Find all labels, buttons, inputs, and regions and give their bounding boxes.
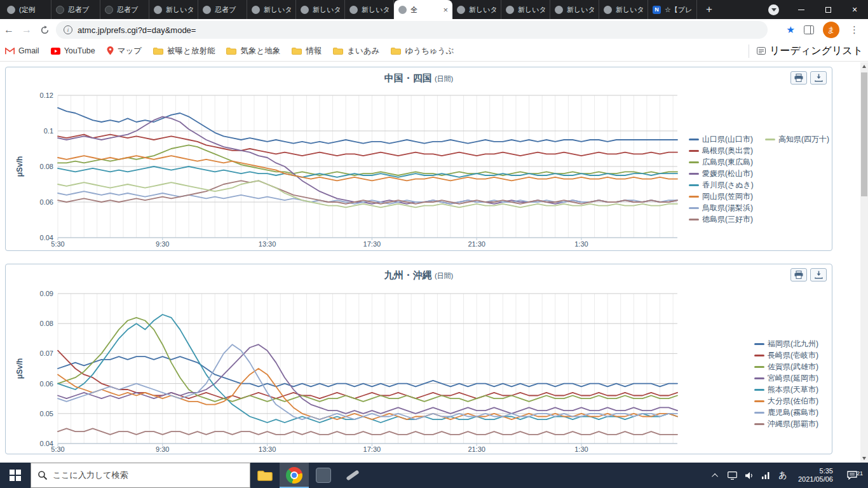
browser-tab[interactable]: 忍者ブ — [198, 0, 247, 19]
legend-label: 徳島県(三好市) — [702, 214, 753, 225]
browser-titlebar: (定例忍者ブ忍者ブ新しいタブ忍者ブ新しいタブ新しいタブ新しいタブ全×新しいタブ新… — [0, 0, 868, 19]
display-icon — [728, 471, 737, 480]
legend-item[interactable]: 愛媛県(松山市) — [689, 168, 754, 179]
url-text: atmc.jp/prefs.cgi?d=day&mode= — [78, 25, 196, 35]
browser-tab[interactable]: (定例 — [3, 0, 51, 19]
legend-column: 高知県(四万十) — [765, 133, 829, 145]
browser-tab[interactable]: N☆【プレ — [648, 0, 697, 19]
legend-marker — [689, 161, 699, 163]
bookmark-item[interactable]: 被曝と放射能 — [153, 46, 215, 57]
side-panel-icon[interactable] — [804, 25, 814, 34]
legend-column: 山口県(山口市)島根県(奥出雲)広島県(東広島)愛媛県(松山市)香川県(さぬき)… — [689, 133, 754, 225]
dark-favicon-icon — [105, 6, 113, 14]
legend-marker — [754, 343, 764, 345]
browser-tab[interactable]: 新しいタブ — [599, 0, 648, 19]
legend-item[interactable]: 徳島県(三好市) — [689, 214, 754, 225]
legend-item[interactable]: 香川県(さぬき) — [689, 179, 754, 191]
tab-title: 忍者ブ — [68, 5, 96, 15]
file-explorer-button[interactable] — [250, 463, 280, 488]
browser-tab[interactable]: 全× — [394, 0, 452, 19]
browser-tab[interactable]: 新しいタブ — [501, 0, 550, 19]
network-tray-button[interactable] — [757, 463, 774, 488]
chevron-up-icon — [712, 473, 719, 479]
legend-item[interactable]: 長崎県(壱岐市) — [754, 349, 818, 361]
bookmark-item[interactable]: マップ — [107, 46, 142, 57]
svg-text:9:30: 9:30 — [156, 445, 169, 453]
tray-expand-button[interactable] — [708, 463, 724, 488]
download-button[interactable] — [810, 268, 827, 281]
browser-tab[interactable]: 新しいタブ — [452, 0, 501, 19]
bookmark-item[interactable]: 情報 — [292, 46, 322, 57]
legend-item[interactable]: 山口県(山口市) — [689, 133, 754, 145]
legend-item[interactable]: 岡山県(笠岡市) — [689, 191, 754, 202]
taskbar-clock[interactable]: 5:35 2021/05/06 — [792, 467, 839, 484]
tab-close-icon[interactable]: × — [443, 5, 448, 15]
site-info-icon[interactable]: i — [64, 25, 72, 34]
globe-favicon-icon — [154, 6, 162, 14]
legend-item[interactable]: 島根県(奥出雲) — [689, 145, 754, 156]
bookmark-item[interactable]: YouTube — [51, 46, 95, 55]
page-scrollbar[interactable] — [860, 62, 868, 463]
profile-avatar[interactable]: ま — [823, 22, 839, 38]
legend-item[interactable]: 鳥取県(湯梨浜) — [689, 202, 754, 214]
legend-item[interactable]: 高知県(四万十) — [765, 133, 829, 145]
minimize-button[interactable] — [788, 0, 815, 19]
folder-icon — [292, 47, 302, 55]
legend-label: 沖縄県(那覇市) — [768, 419, 818, 430]
globe-favicon-icon — [301, 6, 309, 14]
legend-item[interactable]: 宮崎県(延岡市) — [754, 372, 818, 384]
legend-item[interactable]: 沖縄県(那覇市) — [754, 418, 818, 430]
taskbar-app-button-2[interactable] — [338, 463, 367, 488]
bookmark-item[interactable]: Gmail — [5, 46, 39, 55]
taskbar-app-button-1[interactable] — [309, 463, 338, 488]
print-button[interactable] — [790, 71, 807, 85]
browser-menu-button[interactable]: ⋮ — [850, 24, 859, 36]
print-button[interactable] — [790, 268, 807, 281]
tab-search-button[interactable] — [768, 4, 779, 15]
legend-item[interactable]: 大分県(佐伯市) — [754, 395, 818, 407]
reading-list-button[interactable]: リーディングリスト — [749, 44, 863, 58]
bookmark-item[interactable]: まいあみ — [333, 46, 379, 57]
legend-label: 宮崎県(延岡市) — [768, 373, 818, 384]
bookmark-star-icon[interactable]: ★ — [787, 24, 795, 36]
legend-item[interactable]: 熊本県(天草市) — [754, 384, 818, 395]
legend-marker — [689, 139, 699, 140]
address-bar[interactable]: i atmc.jp/prefs.cgi?d=day&mode= — [56, 21, 768, 39]
display-tray-button[interactable] — [724, 463, 741, 488]
volume-tray-button[interactable] — [741, 463, 757, 488]
bookmark-item[interactable]: ゆうちゅうぶ — [391, 46, 454, 57]
legend-marker — [754, 366, 764, 368]
maximize-button[interactable] — [815, 0, 841, 19]
legend-item[interactable]: 広島県(東広島) — [689, 156, 754, 168]
download-button[interactable] — [810, 71, 827, 85]
scroll-down-button[interactable] — [860, 454, 868, 463]
action-center-button[interactable]: 21 — [839, 471, 865, 480]
browser-tab[interactable]: 忍者ブ — [100, 0, 149, 19]
legend-item[interactable]: 福岡県(北九州) — [754, 338, 818, 349]
start-button[interactable] — [0, 463, 31, 488]
ime-indicator[interactable]: あ — [774, 470, 792, 481]
bookmark-item[interactable]: 気象と地象 — [226, 46, 280, 57]
chrome-button[interactable] — [280, 463, 309, 488]
close-button[interactable]: × — [841, 0, 868, 19]
browser-tab[interactable]: 忍者ブ — [51, 0, 100, 19]
legend-item[interactable]: 佐賀県(武雄市) — [754, 361, 818, 372]
legend-column: 福岡県(北九州)長崎県(壱岐市)佐賀県(武雄市)宮崎県(延岡市)熊本県(天草市)… — [754, 338, 818, 430]
forward-button[interactable]: → — [18, 21, 36, 39]
new-tab-button[interactable]: + — [701, 1, 717, 18]
taskbar-search-box[interactable]: ここに入力して検索 — [31, 463, 250, 488]
legend-item[interactable]: 鹿児島(霧島市) — [754, 407, 818, 418]
scroll-up-button[interactable] — [860, 62, 868, 71]
scrollbar-thumb[interactable] — [861, 72, 867, 196]
browser-tab[interactable]: 新しいタブ — [247, 0, 296, 19]
browser-tab[interactable]: 新しいタブ — [149, 0, 198, 19]
svg-text:μSv/h: μSv/h — [15, 358, 24, 379]
reload-icon — [40, 25, 50, 35]
legend-marker — [754, 377, 764, 379]
browser-tab[interactable]: 新しいタブ — [296, 0, 345, 19]
browser-tab[interactable]: 新しいタブ — [550, 0, 599, 19]
back-button[interactable]: ← — [0, 21, 18, 39]
browser-tab[interactable]: 新しいタブ — [345, 0, 394, 19]
tab-title: 全 — [410, 5, 442, 15]
reload-button[interactable] — [36, 21, 53, 39]
